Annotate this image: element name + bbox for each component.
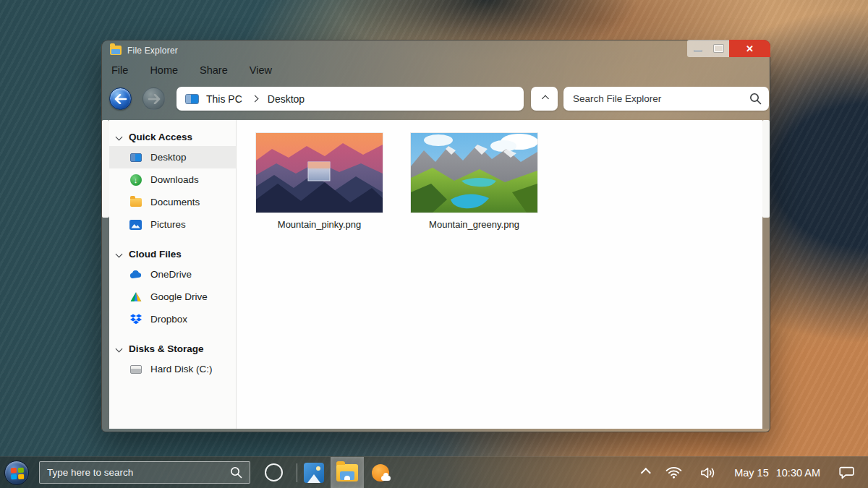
window-titlebar[interactable]: File Explorer ✕ — [102, 40, 770, 60]
menu-view[interactable]: View — [250, 64, 272, 76]
pictures-icon — [129, 218, 142, 231]
sidebar: Quick Access Desktop ↓ Downloads Documen… — [109, 120, 236, 429]
menu-bar: File Home Share View — [102, 60, 770, 82]
cortana-button[interactable] — [265, 463, 283, 481]
action-center-button[interactable] — [838, 466, 855, 479]
weather-app-icon — [370, 463, 391, 483]
taskbar-app-photos[interactable] — [297, 457, 331, 488]
minimize-icon — [694, 50, 702, 52]
file-name: Mountain_pinky.png — [278, 219, 361, 230]
sidebar-item-pictures[interactable]: Pictures — [109, 213, 236, 236]
breadcrumb-current[interactable]: Desktop — [268, 93, 305, 105]
menu-share[interactable]: Share — [200, 64, 228, 76]
file-thumbnail-pinky — [256, 133, 383, 213]
taskbar-search-box[interactable] — [39, 461, 250, 484]
windows-logo-icon — [4, 461, 29, 485]
search-icon — [749, 93, 762, 105]
start-button[interactable] — [0, 457, 33, 488]
volume-button[interactable] — [700, 466, 716, 479]
sidebar-item-desktop[interactable]: Desktop — [109, 146, 236, 168]
back-button[interactable] — [109, 87, 132, 110]
menu-file[interactable]: File — [111, 64, 128, 76]
sidebar-section-quick-access[interactable]: Quick Access — [109, 127, 236, 146]
google-drive-icon — [129, 291, 142, 303]
up-button[interactable] — [531, 87, 558, 111]
downloads-icon: ↓ — [129, 174, 142, 186]
explorer-search-input[interactable] — [573, 93, 749, 104]
window-controls: ✕ — [687, 40, 770, 57]
breadcrumb[interactable]: This PC Desktop — [176, 87, 524, 111]
sidebar-item-dropbox[interactable]: Dropbox — [109, 308, 236, 330]
minimize-button[interactable] — [687, 40, 708, 57]
wifi-icon — [665, 466, 682, 479]
file-item-mountain-pinky[interactable]: Mountain_pinky.png — [256, 133, 383, 230]
sidebar-scrollbar-thumb[interactable] — [102, 120, 109, 218]
taskbar-date: May 15 — [734, 467, 769, 479]
taskbar-search-input[interactable] — [47, 467, 230, 478]
breadcrumb-chevron-icon — [251, 95, 258, 103]
chevron-up-icon — [641, 467, 651, 477]
sidebar-section-cloud-files[interactable]: Cloud Files — [109, 244, 236, 263]
sidebar-item-hard-disk-c[interactable]: Hard Disk (C:) — [109, 358, 236, 380]
menu-home[interactable]: Home — [150, 64, 178, 76]
volume-icon — [700, 466, 716, 479]
wifi-button[interactable] — [665, 466, 682, 479]
chevron-up-icon — [542, 95, 549, 103]
maximize-icon — [714, 45, 723, 52]
file-name: Mountain_greeny.png — [429, 219, 519, 230]
sidebar-scrollbar[interactable] — [102, 120, 109, 429]
taskbar-app-file-explorer[interactable] — [331, 457, 364, 488]
close-icon: ✕ — [746, 43, 754, 54]
file-list[interactable]: Mountain_pinky.png — [237, 120, 762, 429]
documents-icon — [129, 196, 142, 208]
sidebar-item-documents[interactable]: Documents — [109, 191, 236, 213]
taskbar-clock[interactable]: May 15 10:30 AM — [734, 467, 820, 479]
file-explorer-app-icon — [336, 464, 358, 481]
dropbox-icon — [129, 313, 142, 325]
content-scrollbar-thumb[interactable] — [762, 120, 770, 218]
explorer-search-box[interactable] — [563, 87, 769, 111]
chevron-down-icon — [116, 133, 123, 140]
chevron-down-icon — [116, 345, 123, 352]
navigation-bar: This PC Desktop — [102, 83, 770, 116]
onedrive-icon — [129, 268, 142, 281]
content-scrollbar[interactable] — [762, 120, 770, 429]
system-tray: May 15 10:30 AM — [640, 466, 868, 479]
window-content: Quick Access Desktop ↓ Downloads Documen… — [102, 120, 770, 429]
desktop-icon — [129, 151, 142, 163]
chevron-down-icon — [116, 250, 123, 257]
close-button[interactable]: ✕ — [729, 40, 770, 57]
sidebar-section-disks-storage[interactable]: Disks & Storage — [109, 339, 236, 358]
taskbar-app-weather[interactable] — [364, 457, 397, 488]
breadcrumb-root[interactable]: This PC — [206, 93, 242, 105]
forward-button[interactable] — [142, 87, 165, 110]
forward-arrow-icon — [148, 94, 161, 104]
file-item-mountain-greeny[interactable]: Mountain_greeny.png — [411, 133, 537, 230]
sidebar-item-google-drive[interactable]: Google Drive — [109, 286, 236, 308]
search-icon — [230, 466, 242, 479]
notification-bubble-icon — [838, 466, 855, 479]
window-title: File Explorer — [127, 46, 178, 56]
this-pc-icon — [185, 94, 199, 104]
taskbar: May 15 10:30 AM — [0, 456, 868, 488]
back-arrow-icon — [114, 94, 127, 104]
show-hidden-icons-button[interactable] — [640, 469, 647, 476]
file-explorer-window: File Explorer ✕ File Home Share View — [101, 40, 770, 432]
maximize-button[interactable] — [708, 40, 729, 57]
taskbar-time: 10:30 AM — [776, 467, 820, 479]
sidebar-item-downloads[interactable]: ↓ Downloads — [109, 168, 236, 191]
folder-icon — [110, 46, 122, 55]
sidebar-item-onedrive[interactable]: OneDrive — [109, 263, 236, 286]
hard-disk-icon — [129, 363, 142, 375]
photos-app-icon — [304, 463, 324, 483]
file-thumbnail-greeny — [411, 133, 537, 213]
